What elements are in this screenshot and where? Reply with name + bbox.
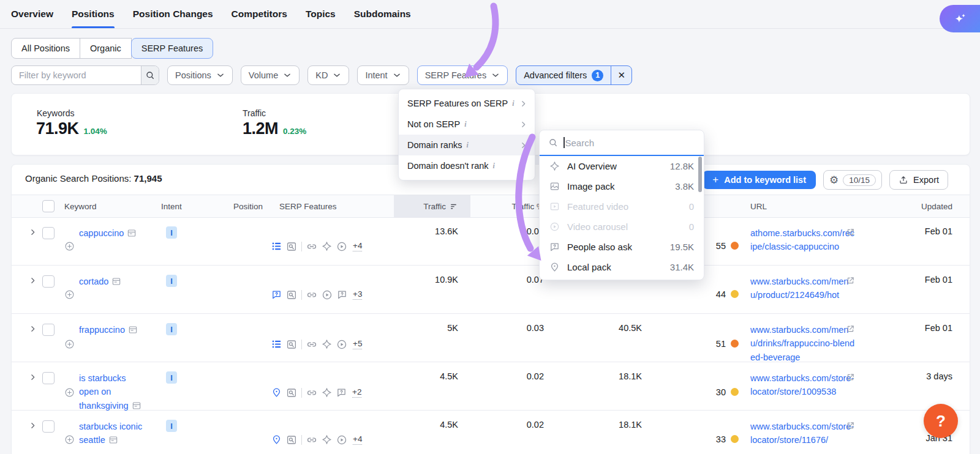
serp-features-cell: +4 <box>271 411 394 454</box>
keyword-link[interactable]: frappuccino <box>79 323 143 364</box>
serp-snapshot-icon[interactable] <box>127 228 137 238</box>
result-url-link[interactable]: www.starbucks.com/menu/product/2124649/h… <box>750 275 856 302</box>
more-serp-features[interactable]: +5 <box>353 339 362 349</box>
filter-chip-positions[interactable]: Positions <box>167 65 233 85</box>
result-url-link[interactable]: athome.starbucks.com/recipe/classic-capp… <box>750 226 856 254</box>
add-keyword-icon[interactable] <box>64 276 75 313</box>
local-pack-icon <box>271 434 282 445</box>
external-link-icon[interactable] <box>846 421 855 430</box>
checkbox[interactable] <box>42 372 55 384</box>
url-cell: www.starbucks.com/menu/drinks/frappuccin… <box>746 314 862 364</box>
row-expand-chevron[interactable] <box>12 362 42 412</box>
submenu-item-image-pack[interactable]: Image pack3.8K <box>540 176 704 196</box>
checkbox[interactable] <box>42 420 55 433</box>
export-icon <box>899 175 908 185</box>
column-header-serp-features: SERP Features <box>271 202 394 211</box>
add-to-keyword-list-label: Add to keyword list <box>724 175 806 185</box>
add-keyword-icon[interactable] <box>64 373 75 412</box>
submenu-item-label: Featured video <box>567 201 628 212</box>
row-expand-chevron[interactable] <box>12 217 42 265</box>
more-serp-features[interactable]: +2 <box>352 387 361 398</box>
tab-competitors[interactable]: Competitors <box>232 0 287 28</box>
serp-snapshot-icon[interactable] <box>128 325 138 335</box>
filter-chip-kd[interactable]: KD <box>307 65 349 85</box>
row-expand-chevron[interactable] <box>12 266 42 313</box>
select-all-checkbox[interactable] <box>42 200 63 212</box>
serp-menu-item-domain-ranks[interactable]: Domain ranksi <box>399 135 535 155</box>
tab-position-changes[interactable]: Position Changes <box>133 0 213 28</box>
submenu-item-people-also-ask[interactable]: People also ask19.5K <box>540 237 704 257</box>
external-link-icon[interactable] <box>846 228 855 237</box>
view-tab-organic[interactable]: Organic <box>80 38 132 59</box>
tab-overview[interactable]: Overview <box>11 0 53 28</box>
checkbox[interactable] <box>42 227 55 239</box>
result-url-link[interactable]: www.starbucks.com/store-locator/store/11… <box>750 420 856 447</box>
menu-item-label: Not on SERP <box>407 119 460 129</box>
serp-preview-icon <box>286 339 297 350</box>
clear-advanced-filters-button[interactable]: ✕ <box>611 66 631 84</box>
result-url-link[interactable]: www.starbucks.com/store-locator/store/10… <box>750 371 856 399</box>
intent-badge: I <box>166 226 177 239</box>
column-header-traffic[interactable]: Traffic <box>394 195 470 217</box>
table-title: Organic Search Positions: 71,945 <box>25 173 162 184</box>
serp-menu-item-domain-doesn-t-rank[interactable]: Domain doesn't ranki <box>399 155 535 176</box>
export-button[interactable]: Export <box>889 170 948 190</box>
keyword-link[interactable]: starbucks iconic seattle <box>79 420 143 454</box>
view-tab-all-positions[interactable]: All Positions <box>11 38 80 59</box>
add-keyword-icon[interactable] <box>64 324 75 364</box>
tab-subdomains[interactable]: Subdomains <box>354 0 411 28</box>
tab-topics[interactable]: Topics <box>306 0 336 28</box>
external-link-icon[interactable] <box>846 373 855 382</box>
serp-menu-item-not-on-serp[interactable]: Not on SERPi <box>399 114 535 135</box>
table-row-starbucks-iconic-seattle: starbucks iconic seattleI+44.5K0.0218.1K… <box>12 411 970 454</box>
row-expand-chevron[interactable] <box>12 314 42 364</box>
submenu-item-count: 12.8K <box>670 161 694 171</box>
advanced-filters-button[interactable]: Advanced filters 1 <box>516 66 611 84</box>
result-url-link[interactable]: www.starbucks.com/menu/drinks/frappuccin… <box>750 323 856 364</box>
row-expand-chevron[interactable] <box>12 411 42 454</box>
serp-menu-item-serp-features-on-serp[interactable]: SERP Features on SERPi <box>399 93 535 114</box>
more-serp-features[interactable]: +4 <box>353 241 362 251</box>
ai-assistant-button[interactable] <box>940 5 980 32</box>
external-link-icon[interactable] <box>846 324 855 333</box>
serp-snapshot-icon[interactable] <box>108 435 118 445</box>
keyword-filter-input[interactable] <box>12 66 141 84</box>
keyword-link[interactable]: cappuccino <box>79 226 143 265</box>
row-checkbox-cell <box>42 217 63 265</box>
filter-chip-volume[interactable]: Volume <box>241 65 300 85</box>
submenu-item-local-pack[interactable]: Local pack31.4K <box>540 257 704 277</box>
positions-table-card: Organic Search Positions: 71,945 + Add t… <box>11 164 970 454</box>
keyword-link[interactable]: is starbucks open on thanksgiving <box>79 371 143 412</box>
keyword-link[interactable]: cortado <box>79 275 143 313</box>
more-serp-features[interactable]: +4 <box>353 434 362 445</box>
add-to-keyword-list-button[interactable]: + Add to keyword list <box>703 171 816 189</box>
serp-features-dropdown-menu: SERP Features on SERPiNot on SERPiDomain… <box>398 89 535 180</box>
keyword-search-button[interactable] <box>141 66 159 84</box>
manage-columns-button[interactable]: ⚙ 10/15 <box>823 170 882 190</box>
menu-item-label: SERP Features on SERP <box>407 99 508 108</box>
checkbox[interactable] <box>42 200 55 212</box>
checkbox[interactable] <box>42 324 55 336</box>
submenu-item-ai-overview[interactable]: AI Overview12.8K <box>540 156 704 176</box>
filter-chip-serp-features[interactable]: SERP Features <box>417 65 508 85</box>
kd-cell: 30 <box>654 362 746 412</box>
info-icon: i <box>464 120 466 129</box>
submenu-search-field[interactable]: Search <box>540 130 704 156</box>
filter-chip-intent[interactable]: Intent <box>357 65 409 85</box>
keyword-cell: frappuccino <box>63 314 161 364</box>
add-keyword-icon[interactable] <box>64 421 75 454</box>
external-link-icon[interactable] <box>846 276 855 285</box>
add-keyword-icon[interactable] <box>64 228 75 265</box>
help-button[interactable]: ? <box>924 404 958 438</box>
kd-value: 30 <box>716 387 726 397</box>
more-serp-features[interactable]: +3 <box>353 289 362 300</box>
checkbox[interactable] <box>42 275 55 288</box>
keyword-filter <box>11 65 159 85</box>
intent-cell: I <box>161 266 210 313</box>
serp-snapshot-icon[interactable] <box>132 401 141 411</box>
tab-positions[interactable]: Positions <box>72 0 115 28</box>
submenu-scrollbar[interactable] <box>698 157 702 192</box>
view-tab-serp-features[interactable]: SERP Features <box>131 38 213 59</box>
kd-value: 44 <box>716 289 726 299</box>
serp-snapshot-icon[interactable] <box>111 277 121 286</box>
